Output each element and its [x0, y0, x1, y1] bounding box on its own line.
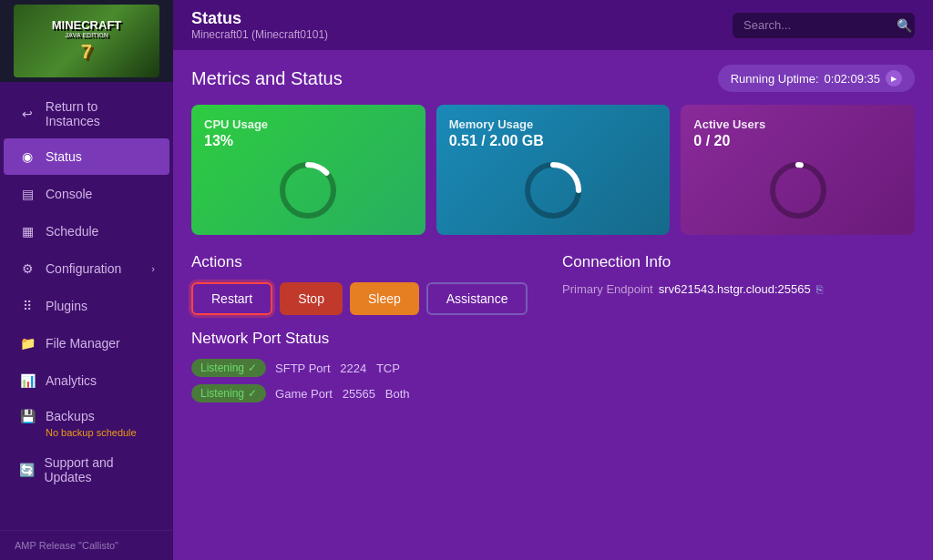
sleep-button[interactable]: Sleep: [350, 282, 419, 315]
sidebar-item-status[interactable]: ◉ Status: [4, 138, 169, 175]
chevron-right-icon: ›: [151, 263, 155, 274]
sftp-status: Listening: [200, 361, 244, 374]
search-bar[interactable]: 🔍: [733, 13, 915, 38]
cpu-gauge-container: [204, 158, 413, 222]
sidebar-item-plugins[interactable]: ⠿ Plugins: [4, 288, 169, 324]
game-status: Listening: [200, 387, 244, 400]
svg-point-4: [773, 165, 824, 216]
backups-icon: 💾: [18, 407, 36, 425]
status-icon: ◉: [18, 148, 36, 166]
endpoint-label: Primary Endpoint: [562, 282, 653, 296]
page-subtitle: Minecraft01 (Minecraft0101): [191, 28, 328, 41]
sidebar-item-label: Status: [46, 149, 82, 164]
sidebar-item-return-to-instances[interactable]: ↩ Return to Instances: [4, 90, 169, 137]
uptime-value: 0:02:09:35: [825, 72, 880, 86]
sidebar-item-label: Analytics: [46, 373, 97, 388]
memory-gauge-container: [449, 158, 658, 222]
plugins-icon: ⠿: [18, 297, 36, 315]
cpu-card: CPU Usage 13%: [191, 105, 425, 235]
main-content: Status Minecraft01 (Minecraft0101) 🔍 Met…: [173, 0, 933, 560]
amp-release-label: AMP Release "Callisto": [15, 540, 118, 551]
sidebar-item-label: Schedule: [46, 224, 98, 239]
metrics-grid: CPU Usage 13% Memory Usage 0.51 / 2.00 G…: [191, 105, 915, 235]
connection-title: Connection Info: [562, 253, 915, 271]
sidebar-item-console[interactable]: ▤ Console: [4, 176, 169, 212]
content-area: Metrics and Status Running Uptime: 0:02:…: [173, 50, 933, 560]
header-title-section: Status Minecraft01 (Minecraft0101): [191, 9, 328, 41]
sidebar-item-file-manager[interactable]: 📁 File Manager: [4, 325, 169, 361]
endpoint-value: srv621543.hstgr.cloud:25565: [659, 282, 811, 296]
sidebar-item-backups[interactable]: 💾 Backups No backup schedule: [4, 400, 169, 445]
file-manager-icon: 📁: [18, 334, 36, 352]
memory-card: Memory Usage 0.51 / 2.00 GB: [436, 105, 671, 235]
sidebar-item-schedule[interactable]: ▦ Schedule: [4, 213, 169, 249]
network-title: Network Port Status: [191, 330, 544, 348]
bottom-section: Actions Restart Stop Sleep Assistance Ne…: [191, 253, 915, 410]
minecraft-logo-container: MINECRAFT JAVA EDITION 7: [14, 5, 159, 77]
backup-warning-text: No backup schedule: [46, 427, 137, 438]
sidebar-item-label: Support and Updates: [44, 455, 155, 484]
minecraft-logo-text: MINECRAFT JAVA EDITION 7: [52, 18, 122, 64]
sidebar-nav: ↩ Return to Instances ◉ Status ▤ Console…: [0, 82, 173, 530]
users-card: Active Users 0 / 20: [681, 105, 915, 235]
memory-value: 0.51 / 2.00 GB: [449, 133, 658, 149]
actions-title: Actions: [191, 253, 544, 271]
actions-section: Actions Restart Stop Sleep Assistance Ne…: [191, 253, 544, 410]
search-input[interactable]: [743, 18, 897, 32]
backups-row: 💾 Backups: [18, 407, 155, 425]
game-listening-badge: Listening ✓: [191, 384, 266, 402]
restart-button[interactable]: Restart: [191, 282, 272, 315]
connection-section: Connection Info Primary Endpoint srv6215…: [562, 253, 915, 410]
stop-button[interactable]: Stop: [280, 282, 343, 315]
sidebar-item-label: Configuration: [46, 261, 121, 276]
sftp-port-info: SFTP Port 2224 TCP: [275, 361, 400, 375]
game-port-info: Game Port 25565 Both: [275, 387, 409, 401]
memory-label: Memory Usage: [449, 117, 658, 131]
sidebar-item-label: Plugins: [46, 299, 87, 313]
analytics-icon: 📊: [18, 372, 36, 390]
uptime-label: Running Uptime:: [731, 72, 819, 86]
return-icon: ↩: [18, 105, 36, 123]
users-label: Active Users: [693, 117, 902, 131]
sftp-listening-badge: Listening ✓: [191, 359, 266, 377]
schedule-icon: ▦: [18, 222, 36, 240]
sidebar-item-analytics[interactable]: 📊 Analytics: [4, 362, 169, 399]
port-item-game: Listening ✓ Game Port 25565 Both: [191, 384, 544, 402]
cpu-label: CPU Usage: [204, 117, 413, 131]
uptime-play-button[interactable]: ▶: [886, 70, 902, 87]
sidebar: MINECRAFT JAVA EDITION 7 ↩ Return to Ins…: [0, 0, 173, 560]
metrics-section-header: Metrics and Status Running Uptime: 0:02:…: [191, 65, 915, 92]
uptime-badge: Running Uptime: 0:02:09:35 ▶: [718, 65, 915, 92]
console-icon: ▤: [18, 185, 36, 203]
sidebar-item-support-and-updates[interactable]: 🔄 Support and Updates: [4, 446, 169, 494]
network-section: Network Port Status Listening ✓ SFTP Por…: [191, 330, 544, 402]
support-icon: 🔄: [18, 461, 35, 479]
sidebar-item-configuration[interactable]: ⚙ Configuration ›: [4, 250, 169, 287]
check-circle-icon: ✓: [248, 361, 257, 374]
sidebar-footer: AMP Release "Callisto": [0, 530, 173, 560]
port-item-sftp: Listening ✓ SFTP Port 2224 TCP: [191, 359, 544, 377]
users-gauge-container: [693, 158, 902, 222]
connection-endpoint: Primary Endpoint srv621543.hstgr.cloud:2…: [562, 282, 915, 296]
sidebar-item-label: Backups: [46, 409, 95, 423]
users-gauge: [766, 158, 830, 222]
cpu-value: 13%: [204, 133, 413, 149]
sidebar-item-label: Return to Instances: [46, 99, 155, 128]
check-circle-icon-2: ✓: [248, 387, 257, 400]
action-buttons: Restart Stop Sleep Assistance: [191, 282, 544, 315]
search-icon: 🔍: [897, 18, 912, 33]
users-value: 0 / 20: [693, 133, 902, 149]
page-header: Status Minecraft01 (Minecraft0101) 🔍: [173, 0, 933, 50]
cpu-gauge: [276, 158, 340, 222]
metrics-title: Metrics and Status: [191, 68, 343, 89]
sidebar-item-label: File Manager: [46, 336, 120, 351]
memory-gauge: [521, 158, 585, 222]
page-title: Status: [191, 9, 328, 28]
assistance-button[interactable]: Assistance: [426, 282, 528, 315]
minecraft-logo-number: 7: [52, 40, 122, 64]
configuration-icon: ⚙: [18, 260, 36, 278]
sidebar-logo: MINECRAFT JAVA EDITION 7: [0, 0, 173, 82]
copy-icon[interactable]: ⎘: [816, 283, 823, 296]
sidebar-item-label: Console: [46, 187, 92, 201]
